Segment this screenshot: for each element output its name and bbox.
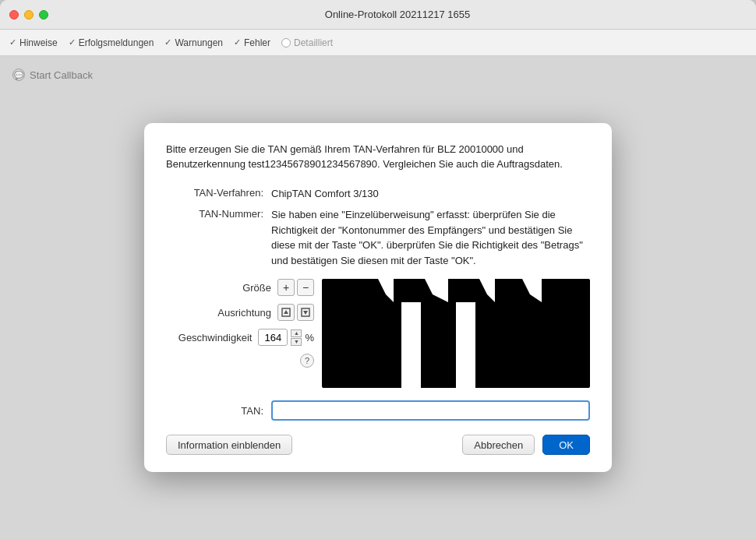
main-window: Online-Protokoll 20211217 1655 ✓ Hinweis… xyxy=(0,0,756,539)
modal-footer: Information einblenden Abbrechen OK xyxy=(166,435,590,455)
toolbar-erfolgsmeldungen[interactable]: ✓ Erfolgsmeldungen xyxy=(69,37,154,48)
traffic-lights xyxy=(9,10,48,19)
controls-area: Größe + − Ausrichtung xyxy=(166,279,590,388)
maximize-button[interactable] xyxy=(39,10,48,19)
toolbar: ✓ Hinweise ✓ Erfolgsmeldungen ✓ Warnunge… xyxy=(0,30,756,56)
groesse-plus-button[interactable]: + xyxy=(277,279,295,296)
tan-verfahren-label: TAN-Verfahren: xyxy=(166,186,271,199)
toolbar-detailliert[interactable]: Detailliert xyxy=(281,37,333,48)
toolbar-erfolgsmeldungen-label: Erfolgsmeldungen xyxy=(79,37,154,48)
tan-nummer-label: TAN-Nummer: xyxy=(166,207,271,220)
tan-nummer-value: Sie haben eine "Einzelüberweisung" erfas… xyxy=(271,207,590,268)
footer-right-buttons: Abbrechen OK xyxy=(462,435,590,455)
speed-input[interactable] xyxy=(258,329,288,346)
tan-row: TAN: xyxy=(166,400,590,421)
svg-rect-13 xyxy=(456,302,475,388)
svg-rect-12 xyxy=(401,302,421,388)
titlebar: Online-Protokoll 20211217 1655 xyxy=(0,0,756,30)
check-icon: ✓ xyxy=(234,37,241,48)
tan-input-label: TAN: xyxy=(166,405,271,417)
ausrichtung-normal-button[interactable] xyxy=(277,304,295,321)
ausrichtung-flip-button[interactable] xyxy=(297,304,314,321)
chip-display xyxy=(322,279,590,388)
groesse-row: Größe + − xyxy=(166,279,314,296)
speed-controls: ▲ ▼ % xyxy=(258,329,314,346)
ausrichtung-row: Ausrichtung xyxy=(166,304,314,321)
minimize-button[interactable] xyxy=(24,10,34,19)
svg-rect-16 xyxy=(475,302,542,388)
svg-rect-14 xyxy=(370,302,401,388)
groesse-minus-button[interactable]: − xyxy=(297,279,314,296)
content-area: 💬 Start Callback Bitte erzeugen Sie die … xyxy=(0,56,756,539)
groesse-label: Größe xyxy=(166,282,277,294)
cancel-button[interactable]: Abbrechen xyxy=(462,435,535,455)
unchecked-icon xyxy=(281,38,291,48)
modal-overlay: Bitte erzeugen Sie die TAN gemäß Ihrem T… xyxy=(0,56,756,539)
tan-input[interactable] xyxy=(271,400,590,421)
toolbar-hinweise-label: Hinweise xyxy=(19,37,58,48)
ok-button[interactable]: OK xyxy=(542,435,590,455)
speed-up-button[interactable]: ▲ xyxy=(291,329,302,337)
ausrichtung-controls xyxy=(277,304,314,321)
toolbar-fehler-label: Fehler xyxy=(244,37,270,48)
speed-unit-label: % xyxy=(305,332,314,343)
check-icon: ✓ xyxy=(164,37,171,48)
info-button[interactable]: Information einblenden xyxy=(166,435,292,455)
toolbar-fehler[interactable]: ✓ Fehler xyxy=(234,37,270,48)
modal-intro-text: Bitte erzeugen Sie die TAN gemäß Ihrem T… xyxy=(166,142,590,172)
toolbar-detailliert-label: Detailliert xyxy=(294,37,333,48)
speed-stepper: ▲ ▼ xyxy=(291,329,302,346)
svg-marker-1 xyxy=(284,310,288,314)
close-button[interactable] xyxy=(9,10,19,19)
ausrichtung-label: Ausrichtung xyxy=(166,307,277,319)
tan-dialog: Bitte erzeugen Sie die TAN gemäß Ihrem T… xyxy=(144,123,612,473)
geschwindigkeit-row: Geschwindigkeit ▲ ▼ % xyxy=(166,329,314,346)
toolbar-warnungen[interactable]: ✓ Warnungen xyxy=(164,37,223,48)
groesse-controls: + − xyxy=(277,279,314,296)
check-icon: ✓ xyxy=(9,37,16,48)
toolbar-hinweise[interactable]: ✓ Hinweise xyxy=(9,37,58,48)
window-title: Online-Protokoll 20211217 1655 xyxy=(48,9,747,20)
svg-marker-3 xyxy=(303,311,308,315)
help-button[interactable]: ? xyxy=(300,354,314,368)
tan-nummer-row: TAN-Nummer: Sie haben eine "Einzelüberwe… xyxy=(166,207,590,268)
speed-down-button[interactable]: ▼ xyxy=(291,338,302,346)
chip-svg xyxy=(322,279,590,388)
controls-left: Größe + − Ausrichtung xyxy=(166,279,322,388)
tan-verfahren-value: ChipTAN Comfort 3/130 xyxy=(271,186,590,202)
toolbar-warnungen-label: Warnungen xyxy=(175,37,223,48)
svg-rect-15 xyxy=(421,302,456,388)
check-icon: ✓ xyxy=(69,37,76,48)
tan-verfahren-row: TAN-Verfahren: ChipTAN Comfort 3/130 xyxy=(166,186,590,202)
geschwindigkeit-label: Geschwindigkeit xyxy=(166,332,258,343)
help-row: ? xyxy=(166,354,314,368)
